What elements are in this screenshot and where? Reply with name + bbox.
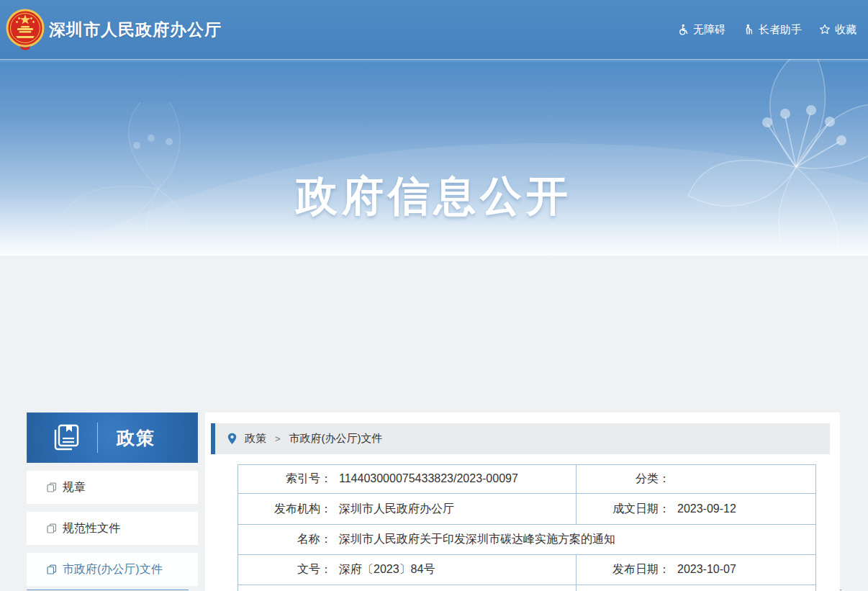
- page-title: 政府信息公开: [0, 168, 868, 225]
- policy-sidebar: 政策 规章 规范性文件 市政府(办公厅)文件: [27, 412, 198, 586]
- search-section: [0, 256, 868, 412]
- written-date-value: 2023-09-12: [677, 502, 736, 515]
- wheelchair-icon: [677, 24, 689, 35]
- document-number-label: 文号：: [238, 562, 332, 577]
- breadcrumb-item-current: 市政府(办公厅)文件: [289, 432, 383, 446]
- empty-cell: [238, 585, 577, 591]
- national-emblem-icon: [6, 9, 45, 50]
- topbar-links: 无障碍 长者助手 收藏: [677, 0, 856, 59]
- sidebar-item-label: 规范性文件: [63, 521, 120, 536]
- favorite-label: 收藏: [835, 23, 856, 37]
- elder-icon: [743, 24, 754, 35]
- document-number-cell: 文号：深府〔2023〕84号: [238, 555, 577, 585]
- breadcrumb-item-policy[interactable]: 政策: [245, 432, 266, 446]
- favorite-link[interactable]: 收藏: [819, 23, 856, 37]
- category-label: 分类：: [577, 472, 670, 487]
- document-name-cell: 名称：深圳市人民政府关于印发深圳市碳达峰实施方案的通知: [238, 525, 816, 555]
- document-icon: [47, 564, 57, 574]
- publish-date-label: 发布日期：: [577, 562, 670, 577]
- breadcrumb: 政策 > 市政府(办公厅)文件: [211, 423, 830, 454]
- site-title: 深圳市人民政府办公厅: [49, 19, 222, 41]
- book-icon: [50, 423, 81, 453]
- publish-date-value: 2023-10-07: [677, 563, 736, 575]
- top-header-bar: 深圳市人民政府办公厅 无障碍 长者助手 收藏: [0, 0, 868, 59]
- breadcrumb-separator: >: [275, 433, 281, 444]
- star-icon: [819, 24, 831, 35]
- main-content-card: 政策 > 市政府(办公厅)文件 索引号：114403000075433823/2…: [205, 412, 840, 591]
- index-number-cell: 索引号：114403000075433823/2023-00097: [238, 465, 577, 494]
- table-row: 发布机构：深圳市人民政府办公厅 成文日期：2023-09-12: [238, 494, 816, 525]
- issuing-agency-cell: 发布机构：深圳市人民政府办公厅: [238, 494, 577, 525]
- accessibility-label: 无障碍: [693, 23, 725, 37]
- document-meta-table: 索引号：114403000075433823/2023-00097 分类： 发布…: [238, 464, 816, 591]
- document-icon: [47, 523, 57, 533]
- sidebar-header-divider: [97, 423, 98, 453]
- elder-helper-link[interactable]: 长者助手: [743, 23, 802, 37]
- publish-date-cell: 发布日期：2023-10-07: [577, 555, 816, 585]
- decorative-line-left: [27, 590, 189, 590]
- written-date-cell: 成文日期：2023-09-12: [577, 494, 816, 525]
- index-number-value: 114403000075433823/2023-00097: [339, 472, 518, 484]
- document-name-value: 深圳市人民政府关于印发深圳市碳达峰实施方案的通知: [339, 533, 615, 545]
- location-pin-icon: [227, 433, 238, 445]
- sidebar-item-municipal-documents[interactable]: 市政府(办公厅)文件: [27, 553, 198, 586]
- issuing-agency-label: 发布机构：: [238, 502, 332, 517]
- sidebar-header-label: 政策: [117, 426, 155, 450]
- table-row: [238, 585, 816, 591]
- page-banner: 政府信息公开: [0, 59, 868, 256]
- document-number-value: 深府〔2023〕84号: [339, 563, 435, 575]
- sidebar-item-label: 规章: [63, 480, 86, 495]
- sidebar-item-label: 市政府(办公厅)文件: [63, 562, 163, 577]
- breadcrumb-accent-bar: [211, 423, 215, 454]
- issuing-agency-value: 深圳市人民政府办公厅: [339, 502, 454, 515]
- category-cell: 分类：: [577, 465, 816, 494]
- sidebar-item-regulations[interactable]: 规章: [27, 471, 198, 504]
- document-name-label: 名称：: [238, 532, 332, 547]
- sidebar-header: 政策: [27, 412, 198, 463]
- index-number-label: 索引号：: [238, 472, 332, 487]
- table-row: 索引号：114403000075433823/2023-00097 分类：: [238, 465, 816, 494]
- site-logo[interactable]: 深圳市人民政府办公厅: [6, 9, 222, 50]
- elder-helper-label: 长者助手: [759, 23, 802, 37]
- empty-cell: [577, 585, 816, 591]
- accessibility-link[interactable]: 无障碍: [677, 23, 725, 37]
- table-row: 文号：深府〔2023〕84号 发布日期：2023-10-07: [238, 555, 816, 585]
- table-row: 名称：深圳市人民政府关于印发深圳市碳达峰实施方案的通知: [238, 525, 816, 555]
- written-date-label: 成文日期：: [577, 502, 670, 517]
- sidebar-item-normative-documents[interactable]: 规范性文件: [27, 512, 198, 545]
- document-icon: [47, 482, 57, 492]
